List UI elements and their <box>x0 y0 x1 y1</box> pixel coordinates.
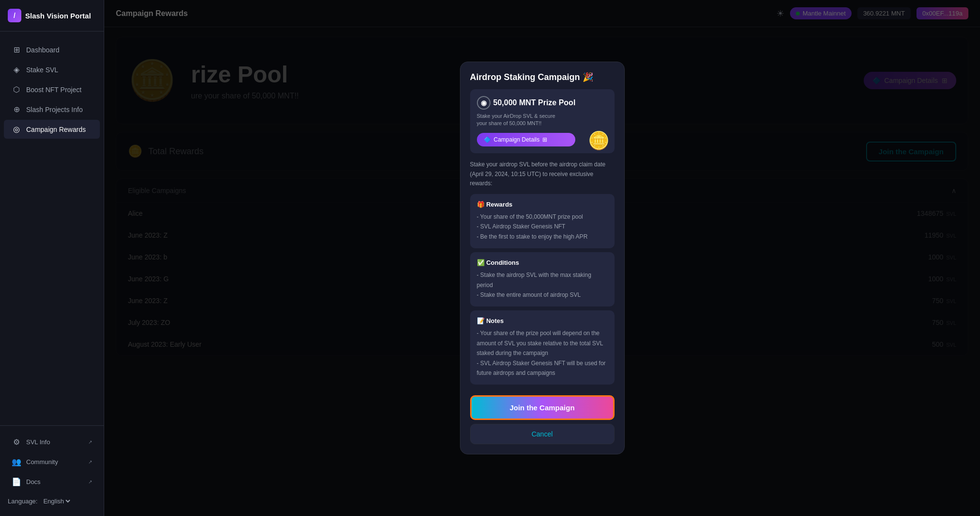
sidebar-item-label: Stake SVL <box>26 66 58 74</box>
campaign-btn-expand: ⊞ <box>542 136 547 143</box>
app-name: Slash Vision Portal <box>25 12 91 20</box>
modal-overlay: Airdrop Staking Campaign 🎉 ◉ 50,000 MNT … <box>104 0 980 516</box>
notes-section-items: - Your share of the prize pool will depe… <box>477 328 608 378</box>
language-selector[interactable]: Language: English <box>0 492 104 510</box>
rewards-section-title: 🎁 Rewards <box>477 201 608 208</box>
modal-title: Airdrop Staking Campaign 🎉 <box>470 72 615 82</box>
modal-join-campaign-button[interactable]: Join the Campaign <box>470 395 615 420</box>
language-label: Language: <box>8 498 37 505</box>
conditions-icon: ✅ <box>477 259 485 266</box>
sidebar-logo: / Slash Vision Portal <box>0 0 104 32</box>
external-icon: ↗ <box>88 479 92 484</box>
sidebar-item-label: Campaign Rewards <box>26 126 86 133</box>
modal-rewards-section: 🎁 Rewards - Your share of the 50,000MNT … <box>470 194 615 248</box>
stake-icon: ◈ <box>12 65 21 74</box>
conditions-section-items: - Stake the airdrop SVL with the max sta… <box>477 270 608 300</box>
prize-circle-icon: ◉ <box>477 96 490 110</box>
sidebar-item-label: Community <box>26 458 58 466</box>
community-icon: 👥 <box>12 457 21 467</box>
notes-section-title: 📝 Notes <box>477 317 608 324</box>
modal-coins-visual: 🪙 <box>588 130 610 151</box>
campaign-btn-label: Campaign Details <box>494 136 540 143</box>
modal-notes-section: 📝 Notes - Your share of the prize pool w… <box>470 310 615 385</box>
sidebar-item-label: SVL Info <box>26 438 50 446</box>
sidebar-item-svl-info[interactable]: ⚙ SVL Info ↗ <box>4 433 100 452</box>
campaign-btn-icon: 🔷 <box>484 136 491 143</box>
sidebar-item-campaign-rewards[interactable]: ◎ Campaign Rewards <box>4 120 100 139</box>
language-select[interactable]: English <box>41 497 72 505</box>
svl-info-icon: ⚙ <box>12 437 21 447</box>
sidebar-item-label: Slash Projects Info <box>26 106 83 113</box>
app-logo-icon: / <box>8 9 21 22</box>
projects-icon: ⊕ <box>12 105 21 114</box>
rewards-section-icon: 🎁 <box>477 201 485 208</box>
rewards-section-items: - Your share of the 50,000MNT prize pool… <box>477 212 608 242</box>
modal-banner-subtitle: Stake your AirDrop SVL & secure your sha… <box>477 113 576 128</box>
boost-icon: ⬡ <box>12 85 21 94</box>
modal-campaign-details-btn[interactable]: 🔷 Campaign Details ⊞ <box>477 133 576 146</box>
sidebar: / Slash Vision Portal ⊞ Dashboard ◈ Stak… <box>0 0 104 516</box>
modal-description: Stake your airdrop SVL before the airdro… <box>470 160 615 188</box>
conditions-section-title: ✅ Conditions <box>477 259 608 266</box>
sidebar-item-projects[interactable]: ⊕ Slash Projects Info <box>4 100 100 119</box>
main-content: Campaign Rewards ☀ Mantle Mainnet 360.92… <box>104 0 980 516</box>
external-icon: ↗ <box>88 439 92 445</box>
sidebar-item-label: Dashboard <box>26 46 60 54</box>
modal-banner-content: ◉ 50,000 MNT Prize Pool Stake your AirDr… <box>477 96 576 147</box>
sidebar-nav: ⊞ Dashboard ◈ Stake SVL ⬡ Boost NFT Proj… <box>0 32 104 425</box>
sidebar-item-label: Boost NFT Project <box>26 86 81 94</box>
sidebar-item-dashboard[interactable]: ⊞ Dashboard <box>4 40 100 59</box>
campaign-icon: ◎ <box>12 125 21 134</box>
campaign-modal: Airdrop Staking Campaign 🎉 ◉ 50,000 MNT … <box>460 62 625 455</box>
sidebar-bottom: ⚙ SVL Info ↗ 👥 Community ↗ 📄 Docs ↗ Lang… <box>0 425 104 516</box>
modal-conditions-section: ✅ Conditions - Stake the airdrop SVL wit… <box>470 252 615 306</box>
sidebar-item-community[interactable]: 👥 Community ↗ <box>4 452 100 471</box>
modal-banner: ◉ 50,000 MNT Prize Pool Stake your AirDr… <box>470 89 615 154</box>
sidebar-item-docs[interactable]: 📄 Docs ↗ <box>4 472 100 491</box>
notes-icon: 📝 <box>477 317 485 324</box>
dashboard-icon: ⊞ <box>12 45 21 54</box>
sidebar-item-boost[interactable]: ⬡ Boost NFT Project <box>4 80 100 99</box>
sidebar-item-label: Docs <box>26 478 41 485</box>
sidebar-item-stake[interactable]: ◈ Stake SVL <box>4 60 100 79</box>
modal-cancel-button[interactable]: Cancel <box>470 424 615 444</box>
external-icon: ↗ <box>88 459 92 465</box>
docs-icon: 📄 <box>12 477 21 486</box>
modal-prize-title: ◉ 50,000 MNT Prize Pool <box>477 96 576 110</box>
